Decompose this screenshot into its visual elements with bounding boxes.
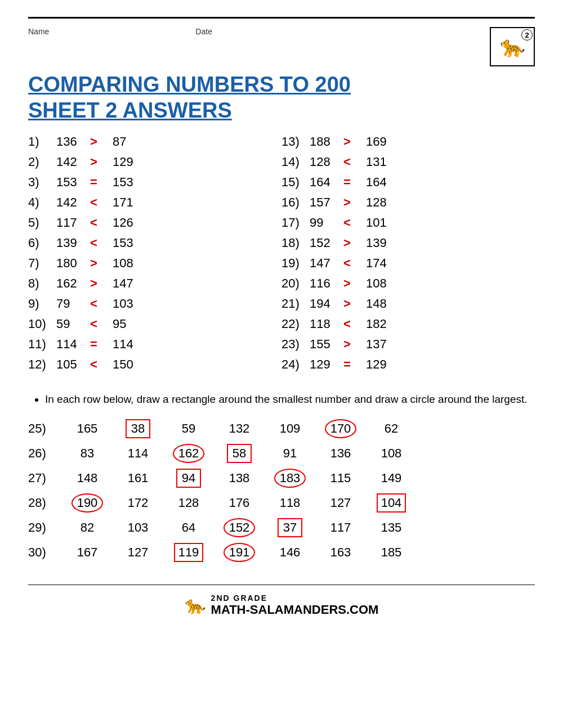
grid-cell: 38 [113,419,163,438]
grid-cell: 114 [113,446,163,461]
prob-op: = [90,175,113,190]
prob-num: 13) [282,134,310,149]
prob-val2: 164 [366,175,400,190]
grid-cell: 59 [163,421,214,436]
grid-val: 167 [77,545,98,559]
rect-mark: 104 [377,493,406,513]
rect-mark: 119 [174,543,204,562]
prob-op: > [343,236,366,250]
prob-val1: 128 [310,155,343,169]
prob-val2: 169 [366,134,400,149]
grid-section: 25)16538591321091706226)8311416258911361… [28,419,535,562]
prob-val2: 108 [113,256,146,271]
prob-val2: 101 [366,215,400,230]
prob-op: > [90,276,113,291]
prob-num: 1) [28,134,56,149]
grid-val: 149 [381,471,402,485]
grid-cell: 64 [163,520,214,535]
prob-val1: 194 [310,296,343,311]
grid-row: 29)821036415237117135 [28,518,535,537]
rect-mark: 58 [227,444,252,463]
prob-val1: 162 [56,276,90,291]
circle-mark: 170 [325,419,357,438]
prob-val2: 128 [366,195,400,210]
prob-op: < [343,256,366,271]
prob-val2: 131 [366,155,400,169]
prob-num: 14) [282,155,310,169]
prob-val2: 150 [113,357,146,372]
prob-num: 7) [28,256,56,271]
grid-cell: 83 [62,446,113,461]
grid-cell: 165 [62,421,113,436]
prob-op: < [90,357,113,372]
grid-val: 91 [283,446,297,460]
logo-box: 🐆 2 [490,27,535,66]
problem-row: 19) 147 < 174 [282,256,535,271]
grid-row: 28)190172128176118127104 [28,493,535,513]
grid-row-num: 25) [28,421,62,436]
prob-op: < [90,195,113,210]
prob-num: 4) [28,195,56,210]
footer: 🐆 2ND GRADE MATH-SALAMANDERS.COM [28,585,535,617]
grid-val: 115 [330,471,351,485]
circle-mark: 183 [274,469,306,488]
prob-op: > [90,256,113,271]
problem-row: 22) 118 < 182 [282,317,535,331]
problem-row: 3) 153 = 153 [28,175,282,190]
sub-title: SHEET 2 ANSWERS [28,98,535,124]
prob-val1: 79 [56,296,90,311]
prob-val2: 137 [366,337,400,352]
grid-row-num: 29) [28,520,62,535]
prob-num: 18) [282,236,310,250]
problem-row: 10) 59 < 95 [28,317,282,331]
prob-num: 23) [282,337,310,352]
grid-cell: 191 [214,543,265,562]
grid-cell: 117 [315,520,366,535]
page-header: Name Date 🐆 2 [28,27,535,66]
grid-cell: 62 [366,421,417,436]
grid-cell: 152 [214,518,265,537]
grid-cell: 103 [113,520,163,535]
prob-num: 2) [28,155,56,169]
prob-val2: 153 [113,236,146,250]
prob-op: < [343,215,366,230]
grid-cell: 119 [163,543,214,562]
grid-val: 127 [330,496,351,510]
prob-val1: 152 [310,236,343,250]
prob-op: = [90,337,113,352]
prob-op: < [90,296,113,311]
prob-val1: 147 [310,256,343,271]
circle-mark: 191 [224,543,256,562]
problem-row: 6) 139 < 153 [28,236,282,250]
grid-cell: 163 [315,545,366,560]
grid-cell: 185 [366,545,417,560]
prob-val1: 180 [56,256,90,271]
grid-cell: 148 [62,471,113,486]
prob-val2: 182 [366,317,400,331]
grid-cell: 115 [315,471,366,486]
grid-val: 128 [178,496,199,510]
footer-text: 2ND GRADE MATH-SALAMANDERS.COM [211,594,379,617]
grid-val: 83 [81,446,94,460]
prob-num: 3) [28,175,56,190]
prob-val1: 116 [310,276,343,291]
prob-val1: 142 [56,155,90,169]
problems-section: 1) 136 > 87 2) 142 > 129 3) 153 = 153 4)… [28,134,535,378]
bullet-text: In each row below, draw a rectangle arou… [45,392,535,408]
prob-val1: 164 [310,175,343,190]
grid-val: 132 [229,421,250,435]
grid-cell: 118 [265,496,315,510]
grid-val: 64 [182,520,195,534]
grid-val: 59 [182,421,195,435]
grid-row-num: 26) [28,446,62,461]
prob-op: > [343,195,366,210]
main-title: COMPARING NUMBERS TO 200 [28,72,535,98]
prob-val2: 174 [366,256,400,271]
prob-num: 21) [282,296,310,311]
grid-val: 108 [381,446,402,460]
problem-row: 7) 180 > 108 [28,256,282,271]
grid-cell: 127 [113,545,163,560]
prob-num: 22) [282,317,310,331]
prob-val1: 114 [56,337,90,352]
prob-op: > [90,134,113,149]
